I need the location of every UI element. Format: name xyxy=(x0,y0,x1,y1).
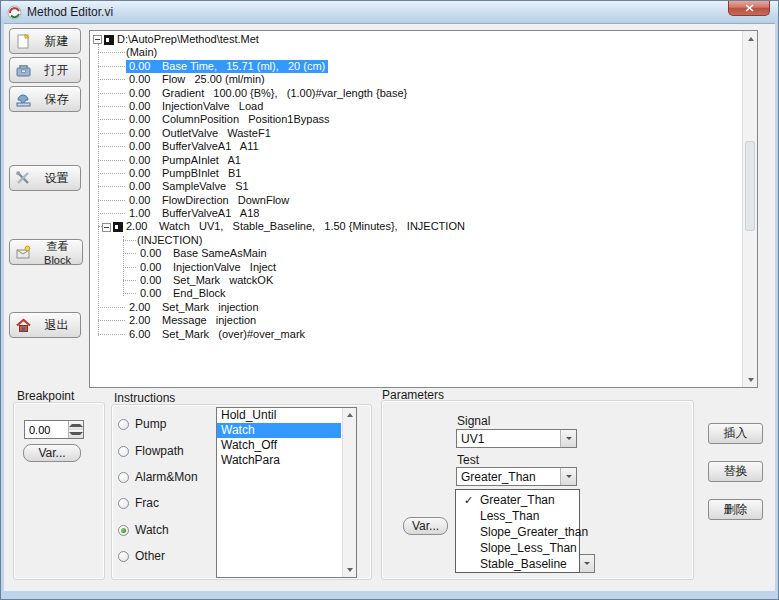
scroll-down-icon[interactable] xyxy=(343,563,357,577)
breakpoint-var-button[interactable]: Var... xyxy=(23,444,81,462)
replace-button[interactable]: 替换 xyxy=(708,461,763,482)
tree-row[interactable]: 0.00End_Block xyxy=(93,287,741,300)
tree-row[interactable]: 2.00Message injection xyxy=(93,314,741,327)
tree-row[interactable]: 0.00Base SameAsMain xyxy=(93,247,741,260)
tree-row[interactable]: 0.00FlowDirection DownFlow xyxy=(93,194,741,207)
radio-alarm-mon[interactable]: Alarm&Mon xyxy=(118,470,198,484)
tree-row[interactable]: 0.00PumpAInlet A1 xyxy=(93,154,741,167)
view-block-icon xyxy=(15,244,32,261)
test-label: Test xyxy=(457,453,479,467)
menu-item-slope-less-than[interactable]: Slope_Less_Than xyxy=(456,540,579,556)
radio-other[interactable]: Other xyxy=(118,549,165,563)
radio-pump[interactable]: Pump xyxy=(118,417,166,431)
scroll-thumb[interactable] xyxy=(745,141,755,231)
signal-select[interactable]: UV1 xyxy=(456,429,577,448)
radio-icon xyxy=(118,551,129,562)
list-item[interactable]: WatchPara xyxy=(217,453,341,468)
tree-root-label: D:\AutoPrep\Method\test.Met xyxy=(117,33,259,46)
titlebar[interactable]: Method Editor.vi xyxy=(1,1,778,23)
tree-row[interactable]: 2.00Set_Mark injection xyxy=(93,301,741,314)
tree-row-root[interactable]: D:\AutoPrep\Method\test.Met xyxy=(93,33,741,46)
instructions-label: Instructions xyxy=(114,391,175,405)
test-value: Greater_Than xyxy=(457,468,560,485)
tree-row[interactable]: 0.00BufferValveA1 A11 xyxy=(93,140,741,153)
menu-item-greater-than[interactable]: ✓Greater_Than xyxy=(456,492,579,508)
save-button[interactable]: 保存 xyxy=(9,86,81,112)
radio-flowpath[interactable]: Flowpath xyxy=(118,444,184,458)
tree-row[interactable]: (Main) xyxy=(93,46,741,59)
menu-item-slope-greater-than[interactable]: Slope_Greater_than xyxy=(456,524,579,540)
radio-icon xyxy=(118,446,129,457)
window-title: Method Editor.vi xyxy=(27,5,113,19)
breakpoint-label: Breakpoint xyxy=(17,389,74,403)
close-icon xyxy=(745,4,754,12)
window: Method Editor.vi 新建 xyxy=(0,0,779,600)
open-folder-icon xyxy=(15,62,32,79)
scroll-up-icon[interactable] xyxy=(743,31,758,46)
tree-row[interactable]: 0.00ColumnPosition Position1Bypass xyxy=(93,113,741,126)
tree-row-selected[interactable]: 0.00 Base Time, 15.71 (ml), 20 (cm) xyxy=(93,60,741,73)
spin-down-icon[interactable] xyxy=(69,430,83,439)
menu-item-stable-baseline[interactable]: Stable_Baseline xyxy=(456,556,579,572)
block-icon xyxy=(113,222,123,232)
settings-button[interactable]: 设置 xyxy=(9,165,81,191)
checkmark-icon: ✓ xyxy=(464,492,473,508)
list-item[interactable]: Hold_Until xyxy=(217,408,341,423)
tree-row[interactable]: 0.00SampleValve S1 xyxy=(93,180,741,193)
delete-button[interactable]: 删除 xyxy=(708,499,763,520)
tree-content: D:\AutoPrep\Method\test.Met (Main) 0.00 … xyxy=(93,33,741,387)
radio-icon xyxy=(118,498,129,509)
app-icon xyxy=(7,5,22,20)
open-button[interactable]: 打开 xyxy=(9,57,81,83)
exit-button-label: 退出 xyxy=(36,317,80,334)
tree-row[interactable]: 0.00PumpBInlet B1 xyxy=(93,167,741,180)
tree-row[interactable]: 1.00BufferValveA1 A18 xyxy=(93,207,741,220)
tree-row[interactable]: (INJECTION) xyxy=(93,234,741,247)
open-button-label: 打开 xyxy=(36,62,80,79)
close-button[interactable] xyxy=(728,1,770,16)
radio-watch[interactable]: Watch xyxy=(118,523,169,537)
tree-row[interactable]: 0.00Set_Mark watckOK xyxy=(93,274,741,287)
collapse-box-icon[interactable] xyxy=(102,223,111,232)
settings-button-label: 设置 xyxy=(36,170,80,187)
save-icon xyxy=(15,91,32,108)
tree-row[interactable]: 0.00OutletValve WasteF1 xyxy=(93,127,741,140)
view-block-button-label: 查看Block xyxy=(36,239,82,266)
scroll-up-icon[interactable] xyxy=(343,408,357,422)
tree-row[interactable]: 0.00Flow 25.00 (ml/min) xyxy=(93,73,741,86)
insert-button[interactable]: 插入 xyxy=(708,423,763,444)
view-block-button[interactable]: 查看Block xyxy=(9,239,83,265)
save-button-label: 保存 xyxy=(36,91,80,108)
chevron-down-icon[interactable] xyxy=(578,555,594,572)
breakpoint-spinbox[interactable]: 0.00 xyxy=(24,420,84,439)
chevron-down-icon[interactable] xyxy=(560,468,576,485)
tree-row[interactable]: 0.00InjectionValve Load xyxy=(93,100,741,113)
method-tree[interactable]: D:\AutoPrep\Method\test.Met (Main) 0.00 … xyxy=(89,30,758,388)
signal-value: UV1 xyxy=(457,430,560,447)
chevron-down-icon[interactable] xyxy=(560,430,576,447)
radio-icon xyxy=(118,419,129,430)
tree-row[interactable]: 0.00InjectionValve Inject xyxy=(93,261,741,274)
radio-frac[interactable]: Frac xyxy=(118,496,159,510)
exit-button[interactable]: 退出 xyxy=(9,312,81,338)
spin-up-icon[interactable] xyxy=(69,421,83,430)
breakpoint-value: 0.00 xyxy=(25,421,68,438)
parameters-var-button[interactable]: Var... xyxy=(403,517,448,535)
tree-row[interactable]: 6.00Set_Mark (over)#over_mark xyxy=(93,328,741,341)
collapse-box-icon[interactable] xyxy=(93,35,102,44)
tree-scrollbar[interactable] xyxy=(742,31,757,387)
client-area: 新建 打开 保存 xyxy=(4,23,775,591)
menu-item-less-than[interactable]: Less_Than xyxy=(456,508,579,524)
test-dropdown-menu: ✓Greater_Than Less_Than Slope_Greater_th… xyxy=(455,489,580,573)
new-button[interactable]: 新建 xyxy=(9,28,81,54)
test-select[interactable]: Greater_Than xyxy=(456,467,577,486)
list-item[interactable]: Watch_Off xyxy=(217,438,341,453)
listbox-scrollbar[interactable] xyxy=(342,408,356,577)
scroll-down-icon[interactable] xyxy=(743,372,758,387)
radio-icon xyxy=(118,472,129,483)
tree-row[interactable]: 0.00Gradient 100.00 {B%}, (1.00)#var_len… xyxy=(93,87,741,100)
instruction-listbox[interactable]: Hold_Until Watch Watch_Off WatchPara xyxy=(216,407,357,578)
list-item-selected[interactable]: Watch xyxy=(217,423,341,438)
tree-row-watch-block[interactable]: 2.00 Watch UV1, Stable_Baseline, 1.50 {M… xyxy=(93,220,741,233)
settings-tools-icon xyxy=(15,170,32,187)
